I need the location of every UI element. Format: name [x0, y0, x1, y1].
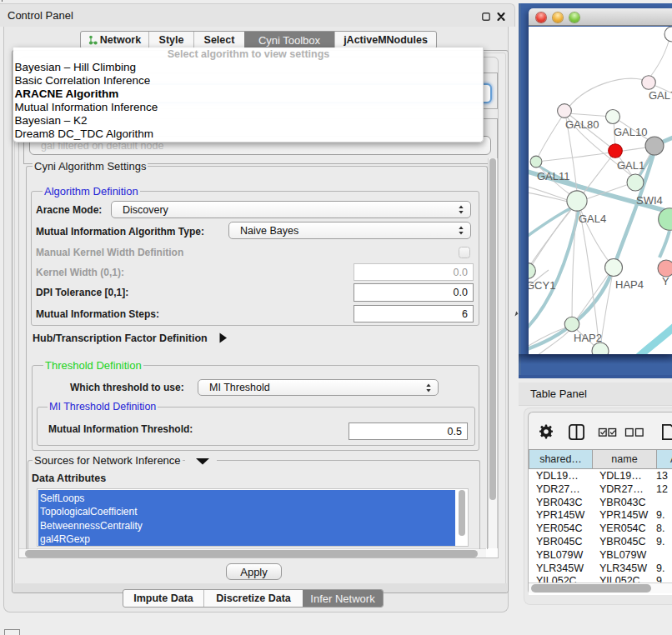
svg-text:GAL80: GAL80 [565, 118, 599, 131]
svg-text:HAP2: HAP2 [574, 332, 602, 344]
svg-text:GAL4: GAL4 [579, 212, 606, 225]
svg-text:Y: Y [662, 275, 669, 288]
svg-text:HAP4: HAP4 [615, 278, 644, 291]
svg-text:GAL1: GAL1 [617, 159, 644, 172]
svg-text:SWI4: SWI4 [636, 194, 663, 207]
svg-text:GAL11: GAL11 [537, 170, 570, 182]
svg-text:GCY1: GCY1 [529, 279, 555, 292]
svg-text:GAL7: GAL7 [649, 89, 672, 102]
svg-text:GAL10: GAL10 [614, 126, 647, 138]
